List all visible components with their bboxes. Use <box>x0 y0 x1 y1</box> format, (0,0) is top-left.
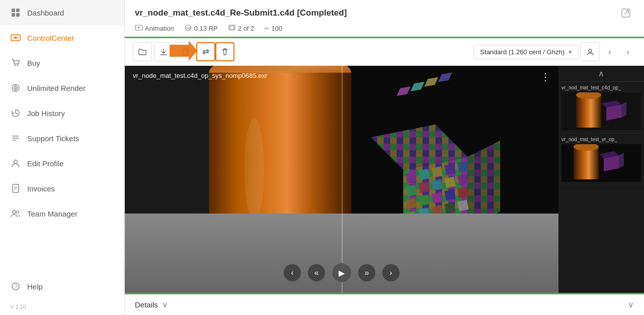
sidebar-label-unlimited-render: Unlimited Render <box>27 84 86 92</box>
svg-rect-63 <box>457 187 468 198</box>
folder-button[interactable] <box>133 42 152 61</box>
sidebar-label-controlcenter: ControlCenter <box>27 34 74 42</box>
details-chevron-icon: ∨ <box>162 300 168 309</box>
sidebar-item-support-tickets[interactable]: Support Tickets <box>0 126 124 151</box>
nav-prev-button[interactable]: ‹ <box>602 44 618 60</box>
job-frames-label: 2 of 2 <box>238 25 255 32</box>
prev-button[interactable]: ‹ <box>283 264 301 282</box>
viewer-more-button[interactable]: ⋮ <box>540 71 550 83</box>
sidebar-item-help[interactable]: ? Help <box>0 274 124 299</box>
job-progress: ✂ 100 <box>264 25 282 32</box>
render-scene <box>125 66 558 293</box>
animation-icon <box>135 24 143 33</box>
arrow-annotation <box>170 41 197 63</box>
controlcenter-icon <box>10 32 21 43</box>
sidebar-item-controlcenter[interactable]: ControlCenter <box>0 25 124 50</box>
svg-rect-52 <box>444 164 455 175</box>
thumbnail-item-1[interactable]: vr_nod_mat_test_c4d_op_ <box>558 82 644 134</box>
svg-rect-3 <box>16 13 20 17</box>
rendering-dropdown-label: Standard (1.260 cent / Ghzh) <box>480 48 565 56</box>
sidebar-item-team-manager[interactable]: Team Manager <box>0 201 124 226</box>
svg-rect-54 <box>406 185 417 196</box>
next-fast-button[interactable]: » <box>358 264 376 282</box>
svg-marker-89 <box>619 153 624 168</box>
sidebar-item-job-history[interactable]: Job History <box>0 100 124 126</box>
play-button[interactable]: ▶ <box>332 263 352 283</box>
svg-rect-50 <box>419 169 430 180</box>
sidebar-label-job-history: Job History <box>27 109 65 118</box>
svg-rect-51 <box>432 166 443 177</box>
frames-icon <box>228 24 236 33</box>
sidebar-item-edit-profile[interactable]: Edit Profile <box>0 151 124 176</box>
content-area: vr_node_mat_test.c4d_op_sys_nomp0685.exr… <box>125 66 644 293</box>
thumbnail-item-2[interactable]: vr_nod_mat_test_vr_op_ <box>558 134 644 185</box>
svg-rect-58 <box>457 174 468 185</box>
svg-rect-60 <box>419 195 430 206</box>
thumbnail-panel: ∧ vr_nod_mat_test_c4d_op_ <box>558 66 644 293</box>
invoices-icon <box>10 183 21 194</box>
sidebar-item-invoices[interactable]: Invoices <box>0 176 124 201</box>
viewer-filename: vr_node_mat_test.c4d_op_sys_nomp0685.exr <box>133 72 267 79</box>
sidebar-label-team-manager: Team Manager <box>27 209 77 218</box>
svg-point-34 <box>589 49 592 52</box>
sidebar-item-dashboard[interactable]: Dashboard <box>0 0 124 25</box>
nav-next-button[interactable]: › <box>620 44 636 60</box>
job-cost: RP 0.13 RP <box>184 24 218 33</box>
svg-rect-68 <box>457 200 468 211</box>
split-line <box>342 66 343 293</box>
render-viewer: vr_node_mat_test.c4d_op_sys_nomp0685.exr… <box>125 66 558 293</box>
svg-rect-2 <box>12 13 15 17</box>
details-section[interactable]: Details ∨ <box>135 300 168 309</box>
thumb-label-1: vr_nod_mat_test_c4d_op_ <box>561 85 641 90</box>
rendering-dropdown[interactable]: Standard (1.260 cent / Ghzh) ▾ <box>473 45 579 59</box>
job-type-label: Animation <box>145 25 174 32</box>
svg-text:RP: RP <box>187 27 192 30</box>
buy-icon <box>10 57 21 68</box>
sidebar-label-support-tickets: Support Tickets <box>27 134 79 143</box>
thumb-preview-1 <box>561 92 641 130</box>
help-icon: ? <box>10 281 21 292</box>
external-link-button[interactable] <box>618 5 634 21</box>
transfer-button[interactable] <box>196 42 215 61</box>
sidebar-item-unlimited-render[interactable]: Unlimited Render <box>0 75 124 100</box>
svg-rect-85 <box>574 147 599 179</box>
svg-rect-61 <box>432 192 443 203</box>
playback-controls: ‹ « ▶ » › <box>283 263 400 283</box>
svg-point-20 <box>13 211 16 214</box>
svg-marker-26 <box>138 27 140 29</box>
svg-point-15 <box>14 160 18 164</box>
svg-rect-77 <box>438 72 452 82</box>
sidebar-label-dashboard: Dashboard <box>27 9 64 17</box>
details-bar: Details ∨ ∨ <box>125 293 644 315</box>
support-tickets-icon <box>10 133 21 144</box>
sidebar-item-buy[interactable]: Buy <box>0 50 124 75</box>
cost-icon: RP <box>184 24 192 33</box>
sidebar-label-buy: Buy <box>27 59 40 67</box>
svg-rect-0 <box>12 9 15 12</box>
svg-rect-56 <box>432 179 443 190</box>
svg-rect-57 <box>444 176 455 187</box>
job-history-icon <box>10 108 21 119</box>
collapse-icon: ∧ <box>598 69 604 78</box>
user-settings-button[interactable] <box>581 42 600 61</box>
delete-button[interactable] <box>215 42 234 61</box>
svg-rect-62 <box>444 189 455 200</box>
details-secondary-chevron: ∨ <box>628 300 634 309</box>
thumb-label-2: vr_nod_mat_test_vr_op_ <box>561 137 641 142</box>
svg-point-21 <box>17 211 19 214</box>
job-type: Animation <box>135 24 174 33</box>
toolbar: Standard (1.260 cent / Ghzh) ▾ ‹ › <box>125 38 644 66</box>
job-cost-label: 0.13 RP <box>194 25 218 32</box>
sidebar: Dashboard ControlCenter Buy <box>0 0 125 315</box>
job-progress-label: 100 <box>271 25 282 32</box>
svg-rect-74 <box>396 86 411 96</box>
svg-marker-83 <box>621 102 626 118</box>
next-button[interactable]: › <box>382 264 400 282</box>
svg-point-44 <box>245 118 264 222</box>
svg-rect-84 <box>561 144 641 182</box>
prev-fast-button[interactable]: « <box>307 264 326 282</box>
job-frames: 2 of 2 <box>228 24 255 33</box>
svg-rect-1 <box>16 9 20 12</box>
job-title: vr_node_mat_test.c4d_Re-Submit1.c4d [Com… <box>135 8 347 18</box>
thumbnail-collapse-button[interactable]: ∧ <box>558 66 644 82</box>
